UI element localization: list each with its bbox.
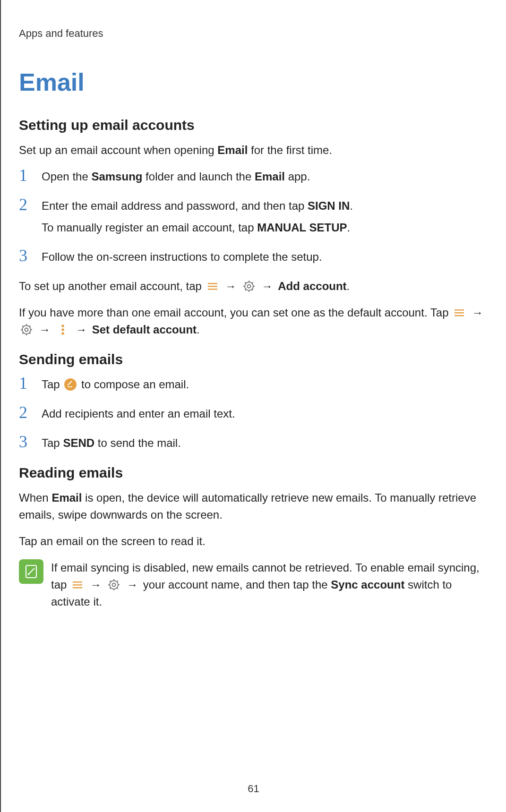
- text: .: [350, 199, 353, 212]
- hamburger-icon: [71, 578, 84, 591]
- page-number: 61: [1, 783, 506, 795]
- header-section-label: Apps and features: [19, 27, 488, 40]
- note-text: If email syncing is disabled, new emails…: [51, 559, 488, 610]
- text-bold: SIGN IN: [308, 199, 350, 212]
- text: Open the: [42, 170, 91, 183]
- text: for the first time.: [248, 144, 332, 156]
- arrow-icon: →: [225, 280, 236, 292]
- step-3: Tap SEND to send the mail.: [19, 435, 488, 452]
- step-text: Follow the on-screen instructions to com…: [42, 248, 488, 265]
- page-title: Email: [19, 68, 488, 96]
- reading-p2: Tap an email on the screen to read it.: [19, 533, 488, 550]
- text: .: [347, 221, 350, 234]
- text: is open, the device will automatically r…: [19, 491, 476, 521]
- arrow-icon: →: [127, 578, 138, 591]
- sending-steps: Tap to compose an email. Add recipients …: [19, 376, 488, 452]
- step-text: Tap SEND to send the mail.: [42, 435, 488, 452]
- step-1: Open the Samsung folder and launch the E…: [19, 168, 488, 185]
- arrow-icon: →: [90, 578, 102, 591]
- hamburger-icon: [206, 280, 219, 293]
- text: app.: [285, 170, 310, 183]
- more-icon: [56, 323, 69, 336]
- text-bold: Set default account: [92, 323, 197, 336]
- arrow-icon: →: [39, 323, 51, 336]
- setup-another-account: To set up another email account, tap → →…: [19, 278, 488, 295]
- arrow-icon: →: [262, 280, 273, 292]
- step-2: Add recipients and enter an email text.: [19, 405, 488, 422]
- note-icon: [19, 559, 43, 584]
- text: If you have more than one email account,…: [19, 306, 452, 319]
- gear-icon: [20, 323, 33, 336]
- text-bold: Sync account: [331, 578, 404, 591]
- text-bold: Email: [217, 144, 248, 156]
- step-2: Enter the email address and password, an…: [19, 197, 488, 236]
- step-3: Follow the on-screen instructions to com…: [19, 248, 488, 265]
- hamburger-icon: [453, 306, 466, 319]
- text-bold: MANUAL SETUP: [257, 221, 347, 234]
- setup-steps: Open the Samsung folder and launch the E…: [19, 168, 488, 265]
- text-bold: SEND: [63, 436, 94, 449]
- text: to send the mail.: [94, 436, 181, 449]
- text: to compose an email.: [78, 378, 189, 391]
- gear-icon: [242, 280, 256, 293]
- text-bold: Add account: [278, 280, 346, 292]
- text: Set up an email account when opening: [19, 144, 217, 156]
- text: .: [347, 280, 350, 292]
- text-bold: Email: [255, 170, 285, 183]
- step-text: Add recipients and enter an email text.: [42, 405, 488, 422]
- text: folder and launch the: [142, 170, 255, 183]
- note-box: If email syncing is disabled, new emails…: [19, 559, 488, 610]
- step-text: Tap to compose an email.: [42, 376, 488, 393]
- text: Tap: [42, 436, 63, 449]
- setup-default-account: If you have more than one email account,…: [19, 304, 488, 338]
- compose-icon: [64, 378, 77, 391]
- step-subtext: To manually register an email account, t…: [42, 219, 488, 236]
- reading-p1: When Email is open, the device will auto…: [19, 489, 488, 523]
- arrow-icon: →: [76, 323, 87, 336]
- text: To manually register an email account, t…: [42, 221, 257, 234]
- step-text: Enter the email address and password, an…: [42, 197, 488, 214]
- heading-reading: Reading emails: [19, 465, 488, 481]
- heading-setup: Setting up email accounts: [19, 117, 488, 133]
- heading-sending: Sending emails: [19, 351, 488, 368]
- text: .: [197, 323, 200, 336]
- text: To set up another email account, tap: [19, 280, 205, 292]
- setup-intro: Set up an email account when opening Ema…: [19, 142, 488, 159]
- text: When: [19, 491, 51, 504]
- text: Enter the email address and password, an…: [42, 199, 308, 212]
- text-bold: Email: [51, 491, 82, 504]
- step-text: Open the Samsung folder and launch the E…: [42, 168, 488, 185]
- text: your account name, and then tap the: [143, 578, 331, 591]
- text: Tap: [42, 378, 63, 391]
- text-bold: Samsung: [91, 170, 142, 183]
- step-1: Tap to compose an email.: [19, 376, 488, 393]
- arrow-icon: →: [472, 306, 483, 319]
- gear-icon: [107, 578, 120, 591]
